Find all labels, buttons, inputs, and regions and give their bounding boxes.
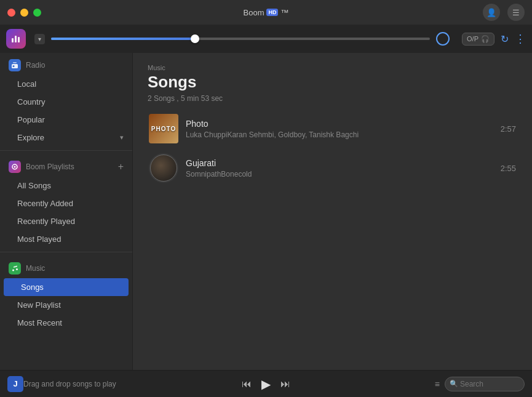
popular-label: Popular <box>17 115 45 124</box>
sidebar-item-new-playlist[interactable]: New Playlist <box>0 296 132 314</box>
sidebar-item-country[interactable]: Country <box>0 93 132 111</box>
search-icon: 🔍 <box>450 380 458 388</box>
equalizer-icon[interactable] <box>6 29 26 49</box>
local-label: Local <box>17 79 36 89</box>
content-title: Songs <box>148 73 517 92</box>
drag-drop-text: Drag and drop songs to play <box>23 380 435 388</box>
sidebar-item-popular[interactable]: Popular <box>0 111 132 129</box>
explore-label: Explore <box>17 133 44 142</box>
song-duration-gujarati: 2:55 <box>501 164 516 173</box>
sidebar-item-most-played[interactable]: Most Played <box>0 230 132 248</box>
music-icon <box>9 262 21 275</box>
radio-icon <box>9 59 21 71</box>
song-list: PHOTO Photo Luka ChuppiKaran Sehmbi, Gol… <box>133 109 532 370</box>
trademark: ™ <box>280 8 288 17</box>
most-played-label: Most Played <box>17 235 62 244</box>
most-recent-label: Most Recent <box>17 318 62 327</box>
sidebar-item-local[interactable]: Local <box>0 75 132 93</box>
output-button[interactable]: O/P 🎧 <box>462 33 494 46</box>
app-title: Boom HD ™ <box>244 8 289 17</box>
boom-playlists-icon <box>9 161 21 173</box>
sidebar-item-most-recent[interactable]: Most Recent <box>0 314 132 332</box>
titlebar-right: 👤 ☰ <box>483 4 525 21</box>
app-name: Boom <box>244 8 264 17</box>
table-row[interactable]: PHOTO Photo Luka ChuppiKaran Sehmbi, Gol… <box>143 109 522 148</box>
music-section-label: Music <box>26 264 45 273</box>
list-view-icon[interactable]: ≡ <box>435 379 440 389</box>
eq-controls-right: O/P 🎧 ↻ ⋮ <box>462 32 526 46</box>
content-header: Music Songs 2 Songs , 5 min 53 sec <box>133 53 532 109</box>
volume-slider[interactable] <box>51 34 430 43</box>
menu-icon[interactable]: ☰ <box>507 4 525 21</box>
recently-added-label: Recently Added <box>17 199 73 208</box>
content-area: Music Songs 2 Songs , 5 min 53 sec PHOTO… <box>133 53 532 370</box>
country-label: Country <box>17 97 46 106</box>
svg-point-7 <box>14 166 16 168</box>
j-label: J <box>13 379 17 388</box>
bottom-right-controls: ≡ 🔍 <box>435 377 525 391</box>
sidebar-item-recently-played[interactable]: Recently Played <box>0 212 132 230</box>
svg-rect-1 <box>15 36 17 42</box>
svg-rect-5 <box>13 62 17 63</box>
song-name-gujarati: Gujarati <box>186 158 493 168</box>
sidebar: Radio Local Country Popular Explore ▾ Bo… <box>0 53 133 370</box>
song-thumbnail-photo: PHOTO <box>149 114 178 143</box>
titlebar: Boom HD ™ 👤 ☰ <box>0 0 532 25</box>
sidebar-divider-1 <box>0 150 132 151</box>
search-wrap: 🔍 <box>445 377 525 391</box>
window-controls <box>7 9 41 17</box>
boom-playlists-label: Boom Playlists <box>26 162 74 171</box>
sidebar-divider-2 <box>0 252 132 252</box>
eq-dropdown[interactable]: ▾ <box>34 34 45 44</box>
song-artist-gujarati: SomnipathBonecold <box>186 170 493 178</box>
eq-dot-indicator <box>436 32 450 46</box>
all-songs-label: All Songs <box>17 181 51 190</box>
skip-back-button[interactable]: ⏮ <box>242 379 252 390</box>
add-playlist-button[interactable]: + <box>118 161 124 172</box>
svg-point-4 <box>13 65 15 67</box>
song-artist-photo: Luka ChuppiKaran Sehmbi, Goldboy, Tanish… <box>186 130 493 139</box>
song-thumbnail-gujarati <box>149 153 178 183</box>
explore-chevron-icon: ▾ <box>120 134 124 142</box>
close-button[interactable] <box>7 9 15 17</box>
skip-forward-button[interactable]: ⏭ <box>280 379 290 390</box>
bottom-bar-inner: J Drag and drop songs to play ⏮ ▶ ⏭ ≡ 🔍 <box>7 376 525 392</box>
gujarati-disc <box>150 154 177 182</box>
op-label: O/P <box>467 35 478 42</box>
content-subtitle: 2 Songs , 5 min 53 sec <box>148 94 517 103</box>
song-name-photo: Photo <box>186 119 493 129</box>
songs-label: Songs <box>21 283 44 292</box>
sidebar-section-boom: Boom Playlists + <box>0 154 132 177</box>
bottom-bar: J Drag and drop songs to play ⏮ ▶ ⏭ ≡ 🔍 <box>0 370 532 397</box>
play-button[interactable]: ▶ <box>261 377 271 391</box>
playback-controls: ⏮ ▶ ⏭ <box>242 377 290 391</box>
sidebar-item-explore[interactable]: Explore ▾ <box>0 129 132 146</box>
new-playlist-label: New Playlist <box>17 300 61 310</box>
sidebar-section-music: Music <box>0 256 132 278</box>
headphone-icon: 🎧 <box>481 35 490 43</box>
minimize-button[interactable] <box>20 9 28 17</box>
sidebar-section-radio: Radio <box>0 53 132 75</box>
svg-point-8 <box>12 270 14 271</box>
svg-point-9 <box>16 268 18 270</box>
sidebar-item-recently-added[interactable]: Recently Added <box>0 194 132 212</box>
settings-dots-icon[interactable]: ⋮ <box>515 32 526 46</box>
sidebar-item-songs[interactable]: Songs <box>4 278 129 296</box>
refresh-icon[interactable]: ↻ <box>501 33 509 45</box>
radio-section-label: Radio <box>26 61 45 70</box>
user-icon[interactable]: 👤 <box>483 4 500 21</box>
table-row[interactable]: Gujarati SomnipathBonecold 2:55 <box>143 148 522 188</box>
svg-rect-2 <box>18 37 20 42</box>
maximize-button[interactable] <box>33 9 41 17</box>
song-info-photo: Photo Luka ChuppiKaran Sehmbi, Goldboy, … <box>186 119 493 139</box>
song-info-gujarati: Gujarati SomnipathBonecold <box>186 158 493 178</box>
content-section-label: Music <box>148 64 517 71</box>
svg-rect-0 <box>12 38 14 42</box>
main-layout: Radio Local Country Popular Explore ▾ Bo… <box>0 53 532 370</box>
app-small-icon: J <box>7 376 23 392</box>
photo-label: PHOTO <box>151 126 176 132</box>
hd-badge: HD <box>266 9 278 16</box>
song-duration-photo: 2:57 <box>501 124 516 134</box>
recently-played-label: Recently Played <box>17 217 75 226</box>
sidebar-item-all-songs[interactable]: All Songs <box>0 177 132 194</box>
